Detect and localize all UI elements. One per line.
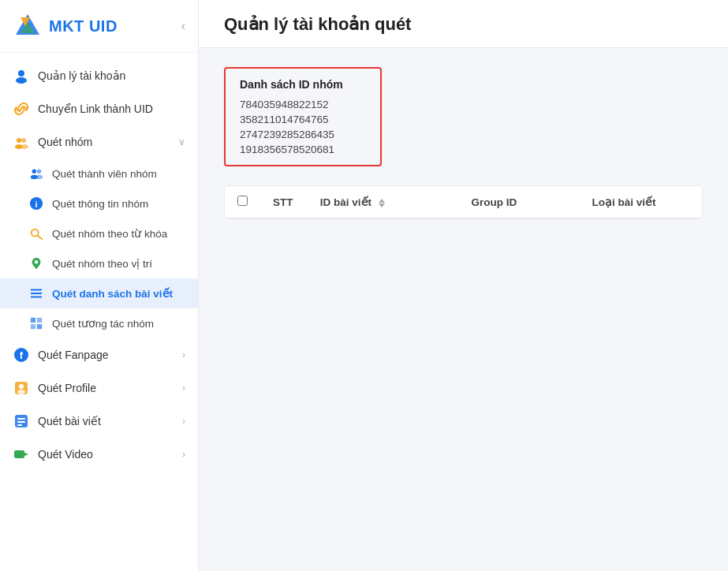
svg-text:i: i — [35, 200, 38, 209]
sidebar-nav: Quản lý tài khoản Chuyển Link thành UID … — [0, 53, 198, 571]
group-id-item: 358211014764765 — [240, 114, 366, 125]
group-id-box: Danh sách ID nhóm 784035948822152 358211… — [224, 67, 382, 166]
svg-point-10 — [37, 170, 41, 174]
svg-rect-24 — [37, 324, 42, 329]
sidebar-sub-label: Quét nhóm theo từ khóa — [52, 227, 167, 240]
table-header-row: STT ID bài viết Group ID — [225, 186, 702, 218]
svg-text:f: f — [20, 349, 24, 361]
sidebar-item-quet-thanh-vien[interactable]: Quét thành viên nhóm — [0, 159, 198, 188]
group-id-list: 784035948822152 358211014764765 27472392… — [240, 99, 366, 155]
svg-point-3 — [18, 70, 24, 77]
group-icon — [13, 133, 30, 151]
sort-icon — [379, 199, 385, 207]
svg-point-29 — [17, 390, 25, 394]
chevron-right-icon: › — [182, 383, 185, 394]
key-icon — [28, 226, 44, 241]
sidebar-item-label: Quét bài viết — [38, 415, 174, 427]
sidebar: MKT UID ‹ Quản lý tài khoản Chuyển Link … — [0, 0, 199, 571]
table-col-stt: STT — [260, 186, 308, 218]
sidebar-item-label: Quét Profile — [38, 382, 174, 394]
group-id-item: 784035948822152 — [240, 99, 366, 110]
location-icon — [28, 256, 44, 271]
svg-rect-21 — [31, 318, 35, 323]
group-id-item: 2747239285286435 — [240, 129, 366, 140]
svg-point-5 — [17, 138, 21, 143]
sidebar-item-label: Chuyển Link thành UID — [38, 103, 185, 115]
interaction-icon — [28, 315, 44, 331]
svg-rect-19 — [31, 293, 42, 294]
svg-point-8 — [21, 144, 28, 149]
sidebar-item-quet-tuong-tac[interactable]: Quét tương tác nhóm — [0, 308, 198, 338]
sidebar-sub-label: Quét thông tin nhóm — [52, 198, 148, 210]
svg-rect-34 — [14, 450, 24, 458]
sidebar-item-label: Quét nhóm — [38, 136, 170, 148]
sidebar-sub-label: Quét thành viên nhóm — [52, 168, 157, 180]
sidebar-item-quet-profile[interactable]: Quét Profile › — [0, 371, 198, 405]
sidebar-item-label: Quản lý tài khoản — [38, 69, 185, 82]
svg-point-28 — [19, 384, 24, 389]
svg-rect-18 — [31, 289, 42, 291]
sidebar-item-label: Quét Video — [38, 448, 174, 461]
svg-line-16 — [38, 236, 42, 240]
sidebar-collapse-button[interactable]: ‹ — [181, 19, 185, 33]
group-id-box-title: Danh sách ID nhóm — [240, 78, 366, 91]
logo-area: MKT UID ‹ — [0, 0, 198, 53]
sidebar-sub-label: Quét danh sách bài viết — [52, 287, 173, 300]
members-icon — [28, 166, 44, 181]
svg-point-4 — [16, 77, 27, 84]
main-content: Quản lý tài khoản quét Danh sách ID nhóm… — [199, 0, 728, 571]
sidebar-item-quan-ly-tai-khoan[interactable]: Quản lý tài khoản — [0, 59, 198, 92]
sidebar-item-quet-tu-khoa[interactable]: Quét nhóm theo từ khóa — [0, 218, 198, 248]
video-icon — [13, 446, 30, 463]
sidebar-item-quet-danh-sach-bai-viet[interactable]: Quét danh sách bài viết — [0, 278, 198, 308]
logo-icon — [13, 11, 43, 41]
chevron-right-icon: › — [182, 449, 185, 460]
svg-rect-23 — [31, 324, 35, 329]
list-icon — [28, 286, 44, 301]
svg-point-9 — [32, 170, 36, 174]
profile-icon — [13, 379, 30, 397]
person-icon — [13, 67, 30, 84]
sidebar-sub-label: Quét nhóm theo vị trí — [52, 257, 152, 270]
sidebar-item-quet-vi-tri[interactable]: Quét nhóm theo vị trí — [0, 248, 198, 278]
sidebar-item-chuyen-link[interactable]: Chuyển Link thành UID — [0, 92, 198, 125]
svg-rect-33 — [17, 424, 22, 426]
sidebar-item-quet-video[interactable]: Quét Video › — [0, 438, 198, 471]
link-icon — [13, 100, 30, 118]
svg-point-6 — [21, 138, 26, 143]
svg-point-17 — [35, 260, 39, 264]
sidebar-item-label: Quét Fanpage — [38, 349, 174, 361]
sidebar-sub-label: Quét tương tác nhóm — [52, 317, 154, 330]
logo-text: MKT UID — [49, 17, 118, 35]
table-col-loai-bai-viet: Loại bài viết — [580, 186, 702, 218]
table-col-id-bai-viet[interactable]: ID bài viết — [308, 186, 459, 218]
svg-marker-35 — [24, 453, 28, 456]
table-col-checkbox — [225, 186, 260, 218]
svg-rect-20 — [31, 297, 42, 298]
page-title: Quản lý tài khoản quét — [224, 14, 703, 35]
chevron-right-icon: › — [182, 416, 185, 427]
main-body: Danh sách ID nhóm 784035948822152 358211… — [199, 48, 728, 571]
info-icon: i — [28, 196, 44, 211]
table-col-group-id: Group ID — [458, 186, 579, 218]
sidebar-item-quet-nhom[interactable]: Quét nhóm ∨ — [0, 125, 198, 159]
post-icon — [13, 412, 30, 430]
chevron-right-icon: › — [182, 349, 185, 360]
sidebar-item-quet-bai-viet[interactable]: Quét bài viết › — [0, 405, 198, 438]
sidebar-item-quet-thong-tin[interactable]: i Quét thông tin nhóm — [0, 188, 198, 218]
group-id-item: 1918356578520681 — [240, 144, 366, 155]
svg-rect-31 — [17, 418, 25, 420]
fanpage-icon: f — [13, 346, 30, 364]
svg-rect-32 — [17, 421, 25, 423]
select-all-checkbox[interactable] — [237, 196, 248, 206]
svg-point-12 — [35, 175, 43, 179]
chevron-down-icon: ∨ — [178, 136, 185, 147]
main-header: Quản lý tài khoản quét — [199, 0, 728, 48]
data-table-wrapper: STT ID bài viết Group ID — [224, 185, 703, 219]
sidebar-item-quet-fanpage[interactable]: f Quét Fanpage › — [0, 338, 198, 371]
svg-rect-22 — [37, 318, 42, 323]
data-table: STT ID bài viết Group ID — [225, 186, 702, 218]
